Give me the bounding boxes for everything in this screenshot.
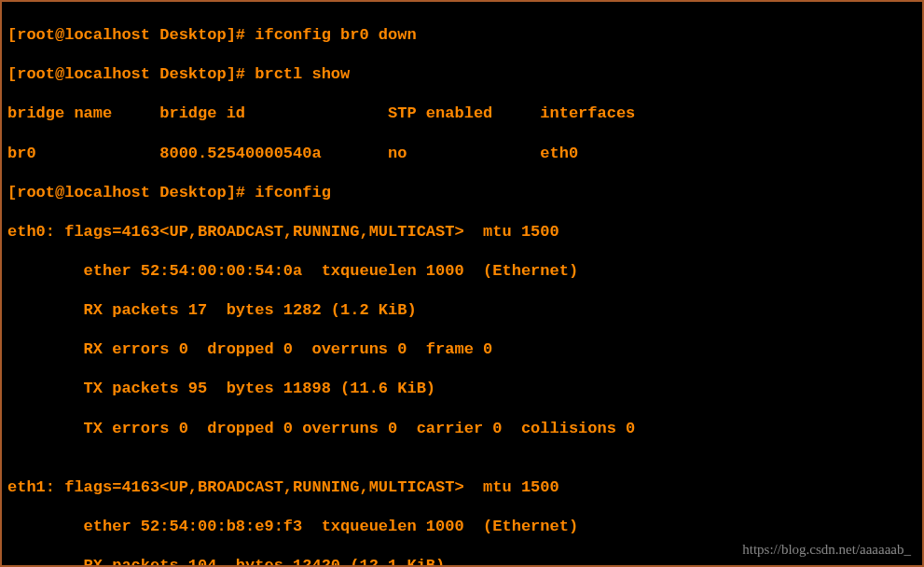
- terminal-line: eth0: flags=4163<UP,BROADCAST,RUNNING,MU…: [7, 222, 917, 242]
- terminal-line: TX errors 0 dropped 0 overruns 0 carrier…: [7, 419, 917, 438]
- terminal-line: RX packets 17 bytes 1282 (1.2 KiB): [7, 300, 917, 320]
- terminal-line: [root@localhost Desktop]# ifconfig br0 d…: [7, 25, 917, 45]
- watermark-text: https://blog.csdn.net/aaaaaab_: [742, 542, 911, 558]
- terminal-line: bridge name bridge id STP enabled interf…: [7, 104, 917, 123]
- terminal-line: br0 8000.52540000540a no eth0: [7, 144, 917, 163]
- terminal-line: [root@localhost Desktop]# ifconfig: [7, 183, 917, 202]
- terminal-line: [root@localhost Desktop]# brctl show: [7, 64, 917, 84]
- terminal-line: eth1: flags=4163<UP,BROADCAST,RUNNING,MU…: [7, 477, 917, 497]
- terminal-line: TX packets 95 bytes 11898 (11.6 KiB): [7, 379, 917, 398]
- terminal-line: ether 52:54:00:b8:e9:f3 txqueuelen 1000 …: [7, 517, 917, 536]
- terminal-line: RX errors 0 dropped 0 overruns 0 frame 0: [7, 339, 917, 359]
- terminal-output[interactable]: [root@localhost Desktop]# ifconfig br0 d…: [2, 2, 922, 567]
- terminal-line: ether 52:54:00:00:54:0a txqueuelen 1000 …: [7, 261, 917, 281]
